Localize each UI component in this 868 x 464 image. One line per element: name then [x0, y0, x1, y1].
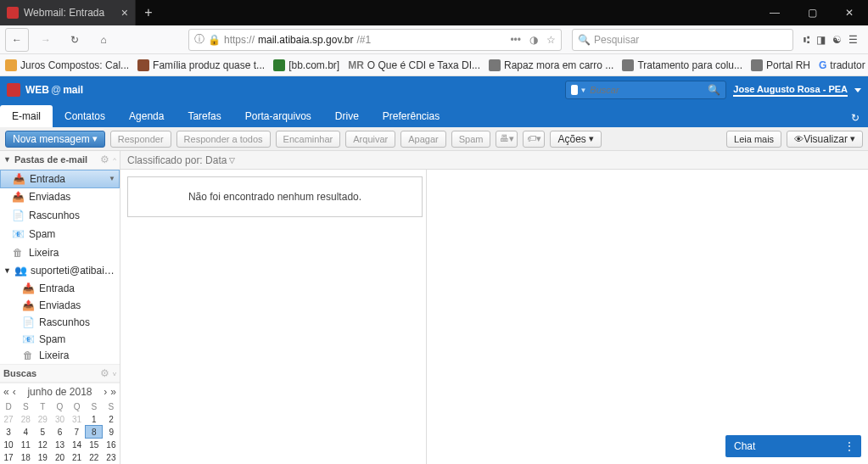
bookmark-item[interactable]: [bb.com.br]: [273, 59, 339, 71]
tab-close-icon[interactable]: ×: [121, 6, 128, 20]
reader-icon[interactable]: ◑: [529, 34, 538, 46]
cal-day[interactable]: 6: [51, 426, 68, 439]
reply-all-button[interactable]: Responder a todos: [176, 131, 271, 148]
cal-day[interactable]: 23: [103, 451, 120, 464]
app-search-input[interactable]: [590, 85, 708, 95]
home-button[interactable]: ⌂: [92, 28, 115, 52]
chevron-up-icon[interactable]: ^: [113, 156, 116, 164]
sub-enviadas[interactable]: 📤Enviadas: [0, 297, 120, 314]
new-message-button[interactable]: Nova mensagem ▾: [5, 131, 105, 148]
cal-day[interactable]: 12: [34, 439, 51, 451]
cal-day[interactable]: 31: [69, 413, 86, 426]
splitter[interactable]: [426, 170, 427, 464]
sidebar-header-pastas[interactable]: ▼ Pastas de e-mail ⚙ ^: [0, 151, 120, 170]
cal-day[interactable]: 3: [0, 426, 17, 439]
cal-day[interactable]: 15: [86, 439, 103, 451]
search-bar[interactable]: 🔍 Pesquisar: [572, 29, 793, 51]
read-more-button[interactable]: Leia mais: [726, 131, 781, 148]
back-button[interactable]: ←: [5, 28, 29, 52]
tab-preferencias[interactable]: Preferências: [371, 105, 451, 127]
user-menu[interactable]: Jose Augusto Rosa - PEA: [733, 84, 848, 97]
cal-day[interactable]: 16: [103, 439, 120, 451]
cal-day[interactable]: 27: [0, 413, 17, 426]
sidebar-icon[interactable]: ◨: [816, 34, 826, 46]
chat-button[interactable]: Chat ⋮: [725, 435, 861, 457]
close-button[interactable]: ✕: [831, 0, 868, 25]
folder-rascunhos[interactable]: 📄Rascunhos: [0, 206, 120, 225]
forward-button[interactable]: →: [34, 28, 58, 52]
cal-day[interactable]: 5: [34, 426, 51, 439]
cal-day[interactable]: 8: [86, 426, 103, 439]
cal-day[interactable]: 28: [17, 413, 34, 426]
browser-tab[interactable]: Webmail: Entrada ×: [0, 0, 136, 25]
maximize-button[interactable]: ▢: [793, 0, 831, 25]
gear-icon[interactable]: ⚙: [100, 154, 109, 165]
addon-icon[interactable]: ☯: [832, 34, 842, 46]
gear-icon[interactable]: ⚙: [100, 367, 109, 379]
bookmark-item[interactable]: Rapaz mora em carro ...: [489, 59, 613, 71]
cal-day[interactable]: 7: [69, 426, 86, 439]
menu-icon[interactable]: ☰: [848, 34, 858, 46]
cal-day[interactable]: 9: [103, 426, 120, 439]
tab-tarefas[interactable]: Tarefas: [176, 105, 232, 127]
bookmark-item[interactable]: Família produz quase t...: [137, 59, 265, 71]
page-actions-icon[interactable]: •••: [510, 34, 521, 46]
delete-button[interactable]: Apagar: [400, 131, 445, 148]
forward-button[interactable]: Encaminhar: [276, 131, 341, 148]
reload-button[interactable]: ↻: [63, 28, 87, 52]
cal-day[interactable]: 29: [34, 413, 51, 426]
cal-day[interactable]: 14: [69, 439, 86, 451]
bookmark-item[interactable]: Portal RH: [751, 59, 810, 71]
user-chevron-icon[interactable]: [854, 88, 861, 92]
cal-day[interactable]: 21: [69, 451, 86, 464]
cal-day[interactable]: 10: [0, 439, 17, 451]
sort-bar[interactable]: Classificado por: Data ▽: [120, 151, 868, 170]
library-icon[interactable]: ⑆: [804, 34, 809, 46]
reply-button[interactable]: Responder: [110, 131, 171, 148]
folder-entrada[interactable]: 📥 Entrada ▼: [0, 170, 120, 188]
folder-lixeira[interactable]: 🗑Lixeira: [0, 243, 120, 262]
cal-day[interactable]: 22: [86, 451, 103, 464]
view-button[interactable]: 👁 Visualizar ▾: [787, 131, 863, 148]
cal-day[interactable]: 1: [86, 413, 103, 426]
tab-agenda[interactable]: Agenda: [117, 105, 176, 127]
bookmark-item[interactable]: Juros Compostos: Cal...: [5, 59, 129, 71]
refresh-button[interactable]: ↻: [843, 109, 868, 127]
cal-prev-year[interactable]: «: [3, 386, 9, 398]
tab-email[interactable]: E-mail: [0, 105, 53, 127]
cal-day[interactable]: 13: [51, 439, 68, 451]
cal-day[interactable]: 18: [17, 451, 34, 464]
tab-contatos[interactable]: Contatos: [53, 105, 117, 127]
sub-lixeira[interactable]: 🗑Lixeira: [0, 347, 120, 364]
print-button[interactable]: 🖶▾: [496, 131, 518, 148]
search-submit-icon[interactable]: 🔍: [708, 84, 720, 96]
chat-menu-icon[interactable]: ⋮: [844, 440, 853, 452]
sub-rascunhos[interactable]: 📄Rascunhos: [0, 314, 120, 331]
sidebar-header-buscas[interactable]: Buscas ⚙ v: [0, 364, 120, 383]
spam-button[interactable]: Spam: [451, 131, 491, 148]
sub-spam[interactable]: 📧Spam: [0, 331, 120, 348]
minimize-button[interactable]: —: [756, 0, 793, 25]
cal-day[interactable]: 4: [17, 426, 34, 439]
cal-day[interactable]: 30: [51, 413, 68, 426]
app-search[interactable]: ▼ 🔍: [565, 81, 726, 99]
url-bar[interactable]: ⓘ 🔒 https://mail.atibaia.sp.gov.br/#1 ••…: [188, 29, 562, 51]
folder-enviadas[interactable]: 📤Enviadas: [0, 188, 120, 207]
sub-entrada[interactable]: 📥Entrada: [0, 280, 120, 297]
bookmark-item[interactable]: Tratamento para colu...: [622, 59, 742, 71]
cal-day[interactable]: 2: [103, 413, 120, 426]
cal-day[interactable]: 20: [51, 451, 68, 464]
tab-drive[interactable]: Drive: [323, 105, 371, 127]
cal-next-month[interactable]: ›: [104, 386, 107, 398]
cal-day[interactable]: 17: [0, 451, 17, 464]
cal-prev-month[interactable]: ‹: [13, 386, 16, 398]
bookmark-star-icon[interactable]: ☆: [546, 34, 556, 46]
account-node[interactable]: ▼ 👥 suporteti@atibaia.sp.gov: [0, 262, 120, 281]
cal-day[interactable]: 19: [34, 451, 51, 464]
chevron-down-icon[interactable]: v: [113, 370, 116, 377]
cal-day[interactable]: 11: [17, 439, 34, 451]
bookmark-item[interactable]: Gtradutor - Pesquisa Go...: [819, 59, 868, 71]
actions-menu[interactable]: Ações ▾: [550, 131, 601, 148]
new-tab-button[interactable]: +: [136, 5, 161, 20]
folder-spam[interactable]: 📧Spam: [0, 225, 120, 243]
